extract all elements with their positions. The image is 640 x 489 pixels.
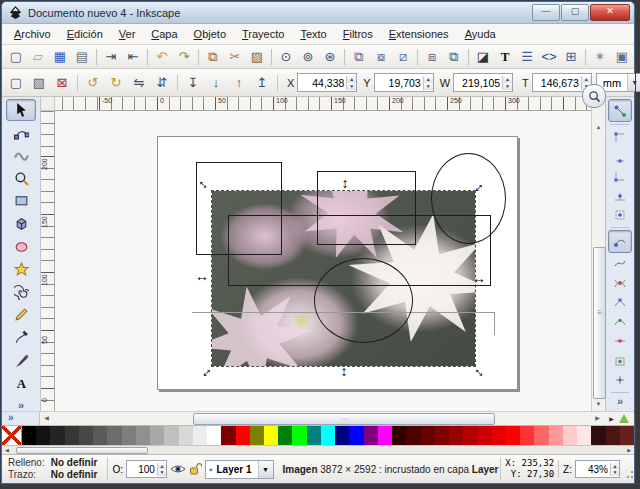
menu-archivo[interactable]: Archivo [6,26,59,42]
palette-swatch[interactable] [506,426,520,445]
palette-swatch[interactable] [321,426,335,445]
selection-handle-ew[interactable]: ↔ [472,271,486,285]
palette-scroll-thumb[interactable] [16,447,148,454]
import-button[interactable]: ⇥ [100,46,122,67]
canvas[interactable]: ↔↕↔↔↔↔↕↔ [55,111,591,411]
palette-swatch[interactable] [520,426,534,445]
layer-lock-icon[interactable] [189,462,202,476]
export-button[interactable]: ⇤ [122,46,144,67]
lower-button[interactable]: ↓ [205,72,227,93]
palette-swatch[interactable] [349,426,363,445]
x-field[interactable]: 44,338▲▼ [297,73,357,92]
rotate-ccw-button[interactable]: ↺ [82,72,104,93]
snap-line-midpoints-button[interactable] [608,331,632,351]
scroll-right-arrow[interactable]: ▶ [591,412,604,425]
open-document-button[interactable]: ▱ [27,46,49,67]
snap-nodes-button[interactable] [608,230,632,253]
menu-edición[interactable]: Edición [59,26,111,42]
copy-button[interactable]: ⧉ [202,46,224,67]
horizontal-ruler[interactable]: -50050100150200250300 [55,97,591,111]
flip-horizontal-button[interactable]: ⇋ [128,72,150,93]
palette-swatch[interactable] [164,426,178,445]
palette-swatch[interactable] [292,426,306,445]
snap-smooth-nodes-button[interactable] [608,312,632,332]
palette-scrollbar[interactable]: ◀ ▶ [2,445,634,454]
menu-objeto[interactable]: Objeto [186,26,234,42]
menu-texto[interactable]: Texto [292,26,334,42]
vertical-scrollbar[interactable]: ▲ ▼ [591,97,605,411]
xml-editor-button[interactable]: <> [538,46,560,67]
snap-bbox-edges-button[interactable] [608,147,632,167]
zoom-selection-button[interactable]: ⊙ [275,46,297,67]
drawn-ellipse[interactable] [431,153,506,244]
tool-palette-overflow[interactable]: » [2,412,40,425]
ungroup-button[interactable]: ⧉ [443,46,465,67]
tool-star[interactable] [6,258,36,280]
palette-swatch[interactable] [307,426,321,445]
palette-scroll-right-arrow[interactable]: ▶ [627,446,631,454]
palette-swatch[interactable] [463,426,477,445]
palette-scroll-right-icon[interactable]: ▶ [609,415,614,422]
minimize-button[interactable]: — [532,4,560,21]
new-document-button[interactable]: ▢ [5,46,27,67]
save-document-button[interactable]: ▦ [49,46,71,67]
palette-swatch[interactable] [392,426,406,445]
vertical-scroll-thumb[interactable] [593,247,606,399]
opacity-field[interactable]: 100▲▼ [126,460,167,478]
document-properties-button[interactable]: ▣ [611,46,633,67]
tool-text[interactable]: A [6,372,36,394]
palette-swatch[interactable] [264,426,278,445]
tool-bezier-pen[interactable] [6,327,36,349]
snap-rotation-centers-button[interactable] [608,370,632,390]
selection-handle-ns[interactable]: ↕ [338,176,352,190]
menu-filtros[interactable]: Filtros [335,26,381,42]
palette-swatch[interactable] [492,426,506,445]
palette-swatch[interactable] [435,426,449,445]
palette-menu-icon[interactable] [619,414,629,423]
palette-swatch[interactable] [179,426,193,445]
redo-button[interactable]: ↷ [173,46,195,67]
tool-calligraphy[interactable] [6,349,36,371]
cut-button[interactable]: ✂ [224,46,246,67]
menu-trayecto[interactable]: Trayecto [234,26,292,42]
rotate-cw-button[interactable]: ↻ [105,72,127,93]
snap-bbox-centers-button[interactable] [608,205,632,225]
maximize-button[interactable]: ▢ [561,4,589,21]
layers-dialog-button[interactable]: ☰ [516,46,538,67]
zoom-field[interactable]: 43%▲▼ [575,460,620,478]
close-button[interactable]: ✕ [590,4,630,21]
palette-swatch[interactable] [236,426,250,445]
flip-vertical-button[interactable]: ⇵ [151,72,173,93]
snap-bbox-corners-button[interactable] [608,166,632,186]
palette-swatch[interactable] [378,426,392,445]
snap-enable-button[interactable] [608,99,632,122]
tool-tweak[interactable] [6,145,36,167]
undo-button[interactable]: ↶ [151,46,173,67]
select-all-button[interactable]: ▢ [5,72,27,93]
menu-extensiones[interactable]: Extensiones [381,26,457,42]
palette-swatch[interactable] [591,426,605,445]
snap-object-centers-button[interactable] [608,351,632,371]
scroll-down-arrow[interactable]: ▼ [593,398,604,410]
selection-handle-ew[interactable]: ↔ [195,269,209,283]
palette-swatch[interactable] [534,426,548,445]
palette-swatch[interactable] [620,426,634,445]
drawn-ellipse[interactable] [314,258,413,343]
preferences-button[interactable]: ✶ [589,46,611,67]
snap-path-intersections-button[interactable] [608,273,632,293]
paste-button[interactable]: ▨ [246,46,268,67]
palette-swatch[interactable] [150,426,164,445]
palette-swatch[interactable] [421,426,435,445]
group-button[interactable]: ⧈ [421,46,443,67]
palette-swatch[interactable] [278,426,292,445]
palette-swatch[interactable] [335,426,349,445]
palette-swatch[interactable] [563,426,577,445]
palette-swatch[interactable] [549,426,563,445]
palette-swatch[interactable] [93,426,107,445]
tools-overflow-chevron[interactable]: » [18,399,24,411]
palette-swatch[interactable] [65,426,79,445]
palette-swatch-none[interactable] [2,426,22,445]
layer-selector[interactable]: ▪ Layer 1 ▼ [205,460,274,479]
menu-capa[interactable]: Capa [143,26,185,42]
fill-stroke-indicator[interactable]: Relleno: No definir Trazo: No definir [2,457,103,481]
